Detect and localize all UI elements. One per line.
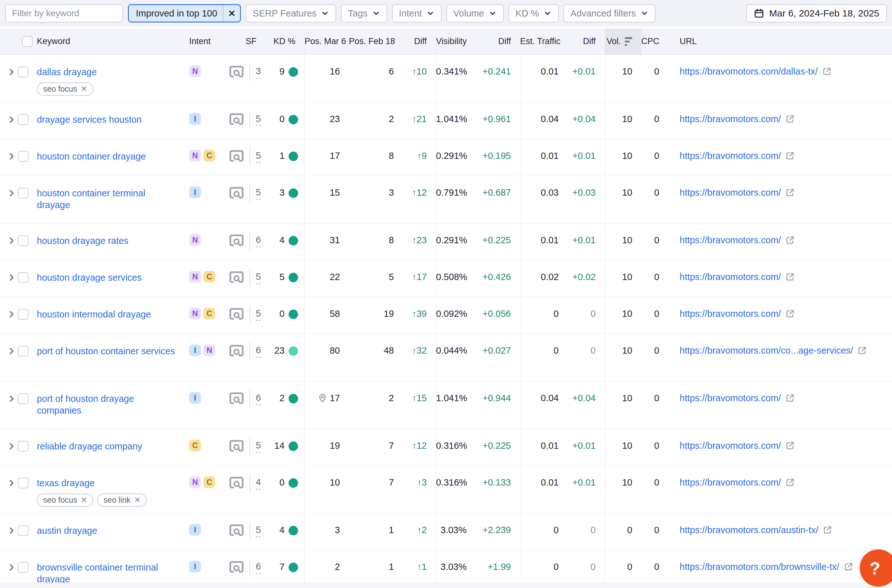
row-checkbox[interactable] <box>18 525 29 536</box>
url-link[interactable]: https://bravomotors.com/ <box>680 441 781 451</box>
keyword-link[interactable]: austin drayage <box>37 525 97 537</box>
sf-count[interactable]: 6 <box>256 235 261 248</box>
expand-button[interactable] <box>7 394 16 404</box>
expand-button[interactable] <box>7 442 16 452</box>
url-link[interactable]: https://bravomotors.com/dallas-tx/ <box>680 66 818 76</box>
active-filter-chip[interactable]: Improved in top 100 ✕ <box>128 4 241 22</box>
sf-count[interactable]: 6 <box>256 345 261 358</box>
header-volume-sorted[interactable]: Vol. <box>605 28 641 54</box>
expand-button[interactable] <box>7 152 16 162</box>
keyword-link[interactable]: port of houston drayage companies <box>37 393 180 416</box>
keyword-tag[interactable]: seo link✕ <box>97 494 147 507</box>
keyword-link[interactable]: reliable drayage company <box>37 441 142 452</box>
expand-button[interactable] <box>7 115 16 125</box>
header-kd[interactable]: KD % <box>265 28 304 54</box>
external-link-icon[interactable] <box>785 151 795 160</box>
header-traffic-diff[interactable]: Diff <box>567 28 605 54</box>
select-all-checkbox[interactable] <box>22 36 33 47</box>
row-checkbox[interactable] <box>18 562 29 573</box>
sf-count[interactable]: 5 <box>256 308 261 321</box>
serp-features-icon[interactable] <box>229 113 244 126</box>
remove-filter-icon[interactable]: ✕ <box>223 5 240 22</box>
external-link-icon[interactable] <box>785 272 795 282</box>
header-est-traffic[interactable]: Est. Traffic <box>520 28 567 54</box>
expand-button[interactable] <box>7 563 16 573</box>
row-checkbox[interactable] <box>18 441 29 452</box>
keyword-tag[interactable]: seo focus✕ <box>37 82 93 96</box>
serp-features-icon[interactable] <box>229 392 244 405</box>
sf-count[interactable]: 5 <box>256 187 261 200</box>
header-url[interactable]: URL <box>668 28 892 54</box>
remove-tag-icon[interactable]: ✕ <box>134 496 140 504</box>
url-link[interactable]: https://bravomotors.com/ <box>680 272 781 282</box>
url-link[interactable]: https://bravomotors.com/ <box>680 114 781 124</box>
keyword-link[interactable]: texas drayage <box>37 477 95 489</box>
keyword-link[interactable]: houston container drayage <box>37 151 146 162</box>
serp-features-icon[interactable] <box>229 308 244 320</box>
serp-features-icon[interactable] <box>229 524 244 537</box>
row-checkbox[interactable] <box>18 478 29 488</box>
expand-button[interactable] <box>7 478 16 489</box>
header-visibility-diff[interactable]: Diff <box>475 28 520 54</box>
sf-count[interactable]: 5 <box>256 272 261 284</box>
row-checkbox[interactable] <box>18 236 29 246</box>
external-link-icon[interactable] <box>785 188 795 197</box>
keyword-link[interactable]: drayage services houston <box>37 114 141 126</box>
external-link-icon[interactable] <box>785 309 795 318</box>
dropdown-intent[interactable]: Intent <box>392 4 442 22</box>
keyword-link[interactable]: houston container terminal drayage <box>37 188 180 211</box>
expand-button[interactable] <box>7 273 16 283</box>
serp-features-icon[interactable] <box>229 561 244 573</box>
expand-button[interactable] <box>7 346 16 357</box>
external-link-icon[interactable] <box>785 478 795 487</box>
keyword-link[interactable]: dallas drayage <box>37 66 97 78</box>
external-link-icon[interactable] <box>823 525 832 535</box>
sf-count[interactable]: 6 <box>256 561 261 574</box>
row-checkbox[interactable] <box>18 346 29 357</box>
row-checkbox[interactable] <box>18 188 29 198</box>
serp-features-icon[interactable] <box>229 150 244 162</box>
sf-count[interactable]: 5 <box>256 114 261 126</box>
header-keyword[interactable]: Keyword <box>37 28 189 54</box>
serp-features-icon[interactable] <box>229 440 244 452</box>
row-checkbox[interactable] <box>18 151 29 162</box>
remove-tag-icon[interactable]: ✕ <box>81 496 87 504</box>
row-checkbox[interactable] <box>18 114 29 125</box>
external-link-icon[interactable] <box>822 67 832 76</box>
external-link-icon[interactable] <box>785 393 795 403</box>
serp-features-icon[interactable] <box>229 271 244 284</box>
serp-features-icon[interactable] <box>229 344 244 357</box>
external-link-icon[interactable] <box>785 114 795 124</box>
external-link-icon[interactable] <box>844 562 853 572</box>
url-link[interactable]: https://bravomotors.com/brownsville-tx/ <box>680 562 839 572</box>
row-checkbox[interactable] <box>18 67 29 77</box>
date-range-button[interactable]: Mar 6, 2024-Feb 18, 2025 <box>746 4 887 22</box>
expand-button[interactable] <box>7 310 16 320</box>
url-link[interactable]: https://bravomotors.com/ <box>680 393 781 403</box>
keyword-link[interactable]: port of houston container services <box>37 345 175 357</box>
header-pos-feb18[interactable]: Pos. Feb 18 <box>349 28 403 54</box>
serp-features-icon[interactable] <box>229 234 244 247</box>
sf-count[interactable]: 6 <box>256 393 261 405</box>
serp-features-icon[interactable] <box>229 186 244 199</box>
keyword-link[interactable]: houston drayage services <box>37 272 141 284</box>
sf-count[interactable]: 4 <box>256 477 261 490</box>
sf-count[interactable]: 5 <box>256 525 261 537</box>
dropdown-volume[interactable]: Volume <box>446 4 504 22</box>
keyword-filter-input[interactable] <box>6 5 123 22</box>
row-checkbox[interactable] <box>18 272 29 283</box>
expand-button[interactable] <box>7 68 16 78</box>
dropdown-serp-features[interactable]: SERP Features <box>246 4 336 22</box>
url-link[interactable]: https://bravomotors.com/co...age-service… <box>680 345 853 356</box>
header-sf[interactable]: SF <box>227 28 265 54</box>
dropdown-advanced-filters[interactable]: Advanced filters <box>563 4 656 22</box>
external-link-icon[interactable] <box>785 441 795 450</box>
sf-count[interactable]: 5 <box>256 150 261 163</box>
expand-button[interactable] <box>7 526 16 536</box>
sf-count[interactable]: 3 <box>256 66 261 79</box>
keyword-link[interactable]: houston intermodal drayage <box>37 309 151 320</box>
keyword-link[interactable]: brownsville container terminal drayage <box>37 562 180 585</box>
row-checkbox[interactable] <box>18 393 29 404</box>
dropdown-tags[interactable]: Tags <box>341 4 387 22</box>
keyword-tag[interactable]: seo focus✕ <box>37 494 93 507</box>
